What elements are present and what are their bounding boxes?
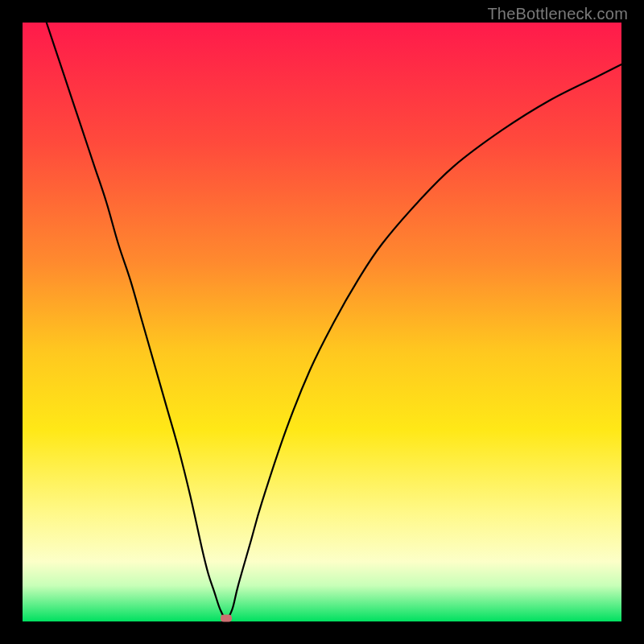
minimum-marker — [221, 615, 232, 622]
curve-svg — [23, 23, 621, 621]
watermark-text: TheBottleneck.com — [487, 5, 628, 23]
bottleneck-curve — [47, 23, 621, 618]
plot-area — [23, 23, 621, 621]
